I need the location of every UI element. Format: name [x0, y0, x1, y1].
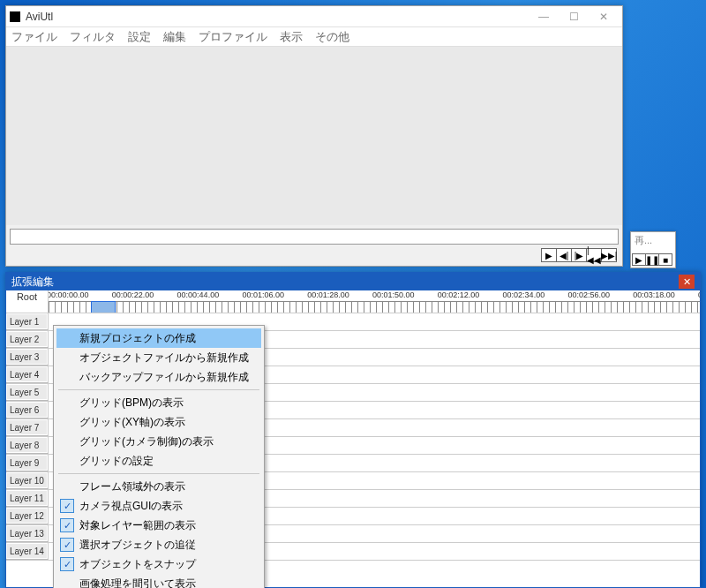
menu-item-label: 選択オブジェクトの追従	[79, 538, 196, 553]
ruler-selection[interactable]	[91, 301, 116, 313]
ruler-label: 00:01:28.00	[307, 290, 349, 299]
menu-item-label: グリッドの設定	[79, 454, 154, 469]
layer-label[interactable]: Layer 2	[6, 331, 49, 348]
ruler-label: 00:03:40.00	[698, 290, 700, 299]
layer-label[interactable]: Layer 3	[6, 349, 49, 366]
menu-view[interactable]: 表示	[278, 27, 304, 47]
menu-item-label: グリッド(XY軸)の表示	[79, 415, 185, 430]
layer-label[interactable]: Layer 1	[6, 313, 49, 330]
time-ruler[interactable]: 00:00:00.0000:00:22.0000:00:44.0000:01:0…	[49, 290, 700, 313]
ext-titlebar[interactable]: 拡張編集 ✕	[6, 273, 700, 290]
menu-item[interactable]: グリッド(XY軸)の表示	[56, 412, 261, 432]
playback-window: 再... ▶ ❚❚ ■	[630, 231, 676, 268]
app-title: AviUtl	[26, 11, 53, 23]
ruler-label: 00:00:44.00	[177, 290, 220, 299]
pw-play-button[interactable]: ▶	[632, 253, 646, 266]
layer-label[interactable]: Layer 6	[6, 402, 49, 418]
layer-label[interactable]: Layer 14	[6, 543, 49, 560]
layer-label[interactable]: Layer 13	[6, 525, 49, 542]
menu-item-label: 対象レイヤー範囲の表示	[79, 518, 196, 533]
menu-item-label: グリッド(カメラ制御)の表示	[79, 434, 214, 449]
ruler-label: 00:01:06.00	[242, 290, 284, 299]
menu-item[interactable]: 画像処理を間引いて表示	[56, 574, 261, 588]
menu-item-label: 新規プロジェクトの作成	[79, 331, 196, 346]
menu-profile[interactable]: プロファイル	[197, 27, 269, 47]
ruler-label: 00:02:56.00	[567, 290, 610, 299]
minimize-button[interactable]: —	[529, 7, 559, 26]
maximize-button[interactable]: ☐	[559, 7, 589, 26]
layer-label[interactable]: Layer 12	[6, 508, 49, 524]
menu-item-label: バックアップファイルから新規作成	[79, 370, 249, 385]
menu-item[interactable]: 新規プロジェクトの作成	[56, 328, 261, 348]
layer-label[interactable]: Layer 4	[6, 366, 49, 383]
layer-label[interactable]: Layer 9	[6, 455, 49, 471]
main-menubar: ファイル フィルタ 設定 編集 プロファイル 表示 その他	[6, 27, 622, 47]
check-icon: ✓	[60, 538, 74, 552]
menu-filter[interactable]: フィルタ	[68, 27, 117, 47]
play-button[interactable]: ▶	[541, 248, 557, 262]
layer-label[interactable]: Layer 7	[6, 419, 49, 436]
menu-item[interactable]: グリッド(BPM)の表示	[56, 393, 261, 412]
menu-item-label: オブジェクトをスナップ	[79, 557, 196, 572]
ruler-label: 00:02:12.00	[438, 290, 480, 299]
step-forward-button[interactable]: |▶	[571, 248, 587, 262]
ruler-label: 00:02:34.00	[503, 290, 545, 299]
ruler-label: 00:00:22.00	[112, 290, 154, 299]
preview-area	[6, 47, 622, 225]
check-icon: ✓	[60, 557, 74, 571]
pw-stop-button[interactable]: ■	[658, 253, 672, 266]
menu-item[interactable]: オブジェクトファイルから新規作成	[56, 348, 261, 367]
menu-item[interactable]: バックアップファイルから新規作成	[56, 367, 261, 387]
ext-title: 拡張編集	[11, 275, 54, 290]
check-icon: ✓	[60, 518, 74, 532]
layer-label[interactable]: Layer 11	[6, 490, 49, 507]
menu-item[interactable]: グリッドの設定	[56, 451, 261, 471]
ext-close-button[interactable]: ✕	[679, 275, 695, 289]
main-titlebar[interactable]: AviUtl — ☐ ✕	[6, 6, 622, 27]
ruler-label: 00:03:18.00	[633, 290, 675, 299]
layer-label[interactable]: Layer 10	[6, 472, 49, 489]
menu-item[interactable]: ✓選択オブジェクトの追従	[56, 535, 261, 554]
ruler-label: 00:00:00.00	[49, 290, 89, 299]
pw-pause-button[interactable]: ❚❚	[645, 253, 659, 266]
ext-ruler-header: Root 00:00:00.0000:00:22.0000:00:44.0000…	[6, 290, 700, 313]
menu-item[interactable]: ✓対象レイヤー範囲の表示	[56, 516, 261, 535]
menu-item-label: グリッド(BPM)の表示	[79, 396, 184, 411]
menu-item[interactable]: ✓オブジェクトをスナップ	[56, 554, 261, 574]
menu-file[interactable]: ファイル	[10, 27, 59, 47]
menu-edit[interactable]: 編集	[161, 27, 188, 47]
menu-separator	[58, 473, 259, 474]
menu-item[interactable]: ✓カメラ視点GUIの表示	[56, 496, 261, 516]
playback-title: 再...	[631, 232, 675, 252]
main-window: AviUtl — ☐ ✕ ファイル フィルタ 設定 編集 プロファイル 表示 そ…	[5, 5, 623, 267]
seek-bar[interactable]	[10, 229, 619, 245]
menu-item-label: 画像処理を間引いて表示	[79, 577, 196, 589]
menu-item[interactable]: フレーム領域外の表示	[56, 477, 261, 496]
layer-label[interactable]: Layer 8	[6, 437, 49, 454]
layer-label[interactable]: Layer 5	[6, 384, 49, 401]
skip-end-button[interactable]: ▶▶|	[601, 248, 617, 262]
menu-separator	[58, 389, 259, 390]
ruler-label: 00:01:50.00	[372, 290, 415, 299]
check-icon: ✓	[60, 499, 74, 513]
menu-item-label: オブジェクトファイルから新規作成	[79, 351, 249, 366]
close-button[interactable]: ✕	[589, 7, 619, 26]
menu-item-label: フレーム領域外の表示	[79, 479, 185, 494]
root-cell[interactable]: Root	[6, 290, 49, 313]
menu-item-label: カメラ視点GUIの表示	[79, 499, 183, 514]
app-icon	[10, 11, 20, 22]
transport-controls: ▶ ◀| |▶ |◀◀ ▶▶|	[6, 248, 622, 266]
menu-other[interactable]: その他	[313, 27, 351, 47]
context-menu: 新規プロジェクトの作成オブジェクトファイルから新規作成バックアップファイルから新…	[53, 325, 265, 588]
step-back-button[interactable]: ◀|	[556, 248, 572, 262]
menu-settings[interactable]: 設定	[126, 27, 153, 47]
menu-item[interactable]: グリッド(カメラ制御)の表示	[56, 432, 261, 451]
skip-start-button[interactable]: |◀◀	[586, 248, 602, 262]
